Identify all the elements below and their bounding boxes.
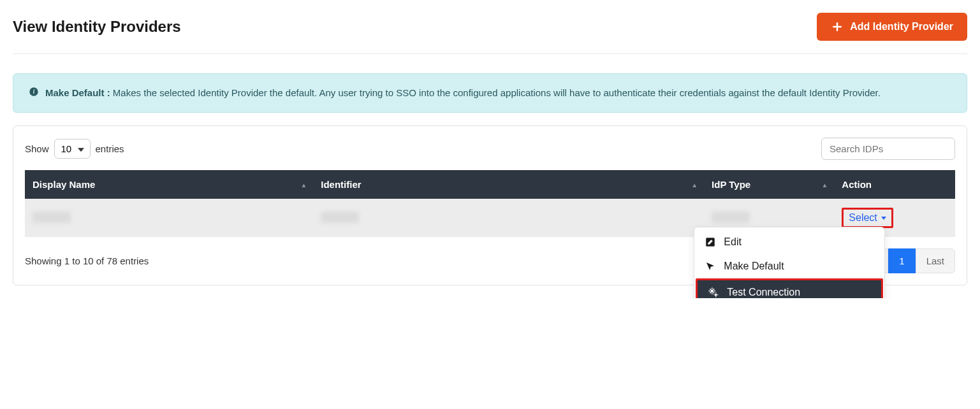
col-display-name[interactable]: Display Name ▲: [25, 170, 313, 199]
search-input[interactable]: [821, 138, 955, 160]
cell-idp-type: [712, 212, 750, 223]
menu-label: Test Connection: [727, 287, 800, 298]
menu-label: Edit: [724, 236, 742, 248]
cell-display-name: [33, 212, 71, 223]
sort-icon: ▲: [300, 181, 307, 188]
entries-label: entries: [96, 143, 124, 154]
col-action-label: Action: [842, 179, 872, 190]
edit-icon: [705, 236, 716, 248]
row-action-select[interactable]: Select: [842, 208, 893, 228]
menu-item-test-connection[interactable]: Test Connection: [696, 278, 883, 298]
page-title: View Identity Providers: [13, 18, 181, 36]
add-button-label: Add Identity Provider: [850, 21, 953, 32]
col-identifier-label: Identifier: [321, 179, 361, 190]
table-row: Select Edit Make Default: [25, 199, 955, 237]
page-size-select[interactable]: 10: [54, 139, 91, 159]
page-last-button[interactable]: Last: [916, 248, 955, 273]
show-label: Show: [25, 143, 49, 154]
info-banner: i Make Default : Makes the selected Iden…: [13, 73, 967, 113]
cursor-icon: [705, 261, 716, 272]
plus-icon: [831, 20, 844, 33]
menu-item-make-default[interactable]: Make Default: [694, 254, 884, 278]
action-dropdown-menu: Edit Make Default Test Connection: [694, 227, 885, 298]
table-showing-info: Showing 1 to 10 of 78 entries: [25, 255, 149, 266]
cell-identifier: [321, 212, 359, 223]
page-number-button[interactable]: 1: [888, 248, 915, 273]
banner-label: Make Default :: [45, 87, 110, 98]
col-idp-type-label: IdP Type: [712, 179, 750, 190]
svg-text:i: i: [33, 89, 35, 95]
add-identity-provider-button[interactable]: Add Identity Provider: [817, 13, 967, 41]
menu-label: Make Default: [724, 261, 784, 272]
info-icon: i: [29, 87, 39, 97]
idp-table: Display Name ▲ Identifier ▲ IdP Type ▲ A…: [25, 170, 955, 237]
sort-icon: ▲: [691, 181, 698, 188]
col-idp-type[interactable]: IdP Type ▲: [704, 170, 834, 199]
gears-icon: [708, 287, 719, 298]
idp-table-card: Show 10 entries Display Name ▲: [13, 126, 967, 285]
menu-item-edit[interactable]: Edit: [694, 230, 884, 254]
col-display-name-label: Display Name: [33, 179, 95, 190]
col-identifier[interactable]: Identifier ▲: [313, 170, 704, 199]
caret-down-icon: [881, 217, 886, 220]
show-entries-control: Show 10 entries: [25, 139, 124, 159]
banner-text: Makes the selected Identity Provider the…: [110, 87, 881, 98]
col-action: Action: [834, 170, 955, 199]
sort-icon: ▲: [821, 181, 828, 188]
svg-point-5: [711, 290, 714, 293]
svg-point-6: [715, 294, 717, 296]
select-label: Select: [849, 212, 877, 224]
